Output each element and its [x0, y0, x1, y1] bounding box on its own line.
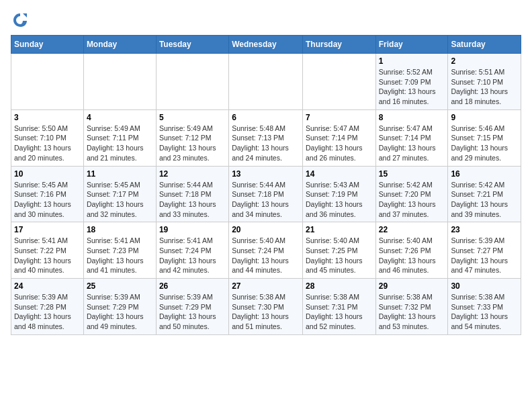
day-detail: Sunrise: 5:42 AM Sunset: 7:20 PM Dayligh…: [379, 180, 445, 220]
weekday-header-friday: Friday: [375, 36, 448, 54]
day-number: 25: [87, 281, 153, 291]
day-number: 22: [379, 225, 445, 234]
day-detail: Sunrise: 5:47 AM Sunset: 7:14 PM Dayligh…: [379, 124, 445, 163]
day-number: 28: [306, 281, 373, 291]
calendar-cell: [302, 54, 375, 110]
day-detail: Sunrise: 5:38 AM Sunset: 7:31 PM Dayligh…: [306, 292, 373, 332]
day-detail: Sunrise: 5:39 AM Sunset: 7:29 PM Dayligh…: [87, 292, 153, 332]
weekday-header-monday: Monday: [83, 36, 156, 54]
logo: [11, 11, 32, 30]
day-detail: Sunrise: 5:38 AM Sunset: 7:30 PM Dayligh…: [232, 292, 300, 332]
calendar-cell: 22Sunrise: 5:40 AM Sunset: 7:26 PM Dayli…: [375, 222, 448, 279]
day-detail: Sunrise: 5:45 AM Sunset: 7:16 PM Dayligh…: [14, 180, 81, 220]
calendar-cell: 17Sunrise: 5:41 AM Sunset: 7:22 PM Dayli…: [11, 222, 84, 279]
calendar-cell: 29Sunrise: 5:38 AM Sunset: 7:32 PM Dayli…: [375, 279, 448, 335]
day-detail: Sunrise: 5:41 AM Sunset: 7:24 PM Dayligh…: [159, 236, 226, 275]
day-detail: Sunrise: 5:51 AM Sunset: 7:10 PM Dayligh…: [451, 67, 518, 107]
day-detail: Sunrise: 5:47 AM Sunset: 7:14 PM Dayligh…: [306, 124, 373, 163]
day-number: 27: [232, 281, 300, 291]
day-number: 5: [159, 113, 226, 122]
day-number: 19: [159, 225, 226, 234]
day-number: 16: [451, 169, 518, 179]
calendar-week-row: 10Sunrise: 5:45 AM Sunset: 7:16 PM Dayli…: [11, 166, 521, 222]
calendar-cell: 27Sunrise: 5:38 AM Sunset: 7:30 PM Dayli…: [229, 279, 303, 335]
day-number: 12: [159, 169, 226, 179]
day-number: 7: [306, 113, 373, 122]
day-detail: Sunrise: 5:40 AM Sunset: 7:24 PM Dayligh…: [232, 236, 300, 275]
day-detail: Sunrise: 5:42 AM Sunset: 7:21 PM Dayligh…: [451, 180, 518, 220]
day-detail: Sunrise: 5:39 AM Sunset: 7:27 PM Dayligh…: [451, 236, 518, 275]
day-number: 20: [232, 225, 300, 234]
calendar-cell: 19Sunrise: 5:41 AM Sunset: 7:24 PM Dayli…: [156, 222, 228, 279]
day-number: 23: [451, 225, 518, 234]
calendar-cell: 28Sunrise: 5:38 AM Sunset: 7:31 PM Dayli…: [302, 279, 375, 335]
weekday-header-wednesday: Wednesday: [229, 36, 303, 54]
weekday-header-sunday: Sunday: [11, 36, 84, 54]
day-number: 11: [87, 169, 153, 179]
day-detail: Sunrise: 5:41 AM Sunset: 7:23 PM Dayligh…: [87, 236, 153, 275]
day-number: 6: [232, 113, 300, 122]
day-detail: Sunrise: 5:49 AM Sunset: 7:11 PM Dayligh…: [87, 124, 153, 163]
calendar-cell: 13Sunrise: 5:44 AM Sunset: 7:18 PM Dayli…: [229, 166, 303, 222]
day-detail: Sunrise: 5:38 AM Sunset: 7:32 PM Dayligh…: [379, 292, 445, 332]
calendar-cell: [83, 54, 156, 110]
day-detail: Sunrise: 5:38 AM Sunset: 7:33 PM Dayligh…: [451, 292, 518, 332]
day-detail: Sunrise: 5:40 AM Sunset: 7:25 PM Dayligh…: [306, 236, 373, 275]
day-number: 13: [232, 169, 300, 179]
calendar-week-row: 1Sunrise: 5:52 AM Sunset: 7:09 PM Daylig…: [11, 54, 521, 110]
day-detail: Sunrise: 5:41 AM Sunset: 7:22 PM Dayligh…: [14, 236, 81, 275]
logo-icon: [11, 11, 30, 30]
day-number: 8: [379, 113, 445, 122]
day-number: 10: [14, 169, 81, 179]
day-number: 21: [306, 225, 373, 234]
calendar-cell: 9Sunrise: 5:46 AM Sunset: 7:15 PM Daylig…: [448, 109, 521, 166]
day-number: 30: [451, 281, 518, 291]
day-detail: Sunrise: 5:50 AM Sunset: 7:10 PM Dayligh…: [14, 124, 81, 163]
calendar-cell: 21Sunrise: 5:40 AM Sunset: 7:25 PM Dayli…: [302, 222, 375, 279]
calendar-cell: 25Sunrise: 5:39 AM Sunset: 7:29 PM Dayli…: [83, 279, 156, 335]
day-number: 3: [14, 113, 81, 122]
calendar-body: 1Sunrise: 5:52 AM Sunset: 7:09 PM Daylig…: [11, 54, 521, 335]
day-detail: Sunrise: 5:39 AM Sunset: 7:29 PM Dayligh…: [159, 292, 226, 332]
day-detail: Sunrise: 5:44 AM Sunset: 7:18 PM Dayligh…: [159, 180, 226, 220]
calendar-cell: 5Sunrise: 5:49 AM Sunset: 7:12 PM Daylig…: [156, 109, 228, 166]
day-detail: Sunrise: 5:45 AM Sunset: 7:17 PM Dayligh…: [87, 180, 153, 220]
day-number: 18: [87, 225, 153, 234]
calendar-cell: 1Sunrise: 5:52 AM Sunset: 7:09 PM Daylig…: [375, 54, 448, 110]
calendar-cell: 16Sunrise: 5:42 AM Sunset: 7:21 PM Dayli…: [448, 166, 521, 222]
day-number: 26: [159, 281, 226, 291]
calendar-week-row: 17Sunrise: 5:41 AM Sunset: 7:22 PM Dayli…: [11, 222, 521, 279]
calendar-cell: 23Sunrise: 5:39 AM Sunset: 7:27 PM Dayli…: [448, 222, 521, 279]
day-number: 17: [14, 225, 81, 234]
day-detail: Sunrise: 5:39 AM Sunset: 7:28 PM Dayligh…: [14, 292, 81, 332]
day-detail: Sunrise: 5:49 AM Sunset: 7:12 PM Dayligh…: [159, 124, 226, 163]
day-number: 24: [14, 281, 81, 291]
calendar-header: SundayMondayTuesdayWednesdayThursdayFrid…: [11, 36, 521, 54]
calendar-cell: 26Sunrise: 5:39 AM Sunset: 7:29 PM Dayli…: [156, 279, 228, 335]
day-number: 9: [451, 113, 518, 122]
calendar-table: SundayMondayTuesdayWednesdayThursdayFrid…: [11, 35, 521, 335]
calendar-cell: 20Sunrise: 5:40 AM Sunset: 7:24 PM Dayli…: [229, 222, 303, 279]
day-detail: Sunrise: 5:43 AM Sunset: 7:19 PM Dayligh…: [306, 180, 373, 220]
calendar-week-row: 24Sunrise: 5:39 AM Sunset: 7:28 PM Dayli…: [11, 279, 521, 335]
calendar-cell: 8Sunrise: 5:47 AM Sunset: 7:14 PM Daylig…: [375, 109, 448, 166]
day-detail: Sunrise: 5:48 AM Sunset: 7:13 PM Dayligh…: [232, 124, 300, 163]
weekday-header-tuesday: Tuesday: [156, 36, 228, 54]
calendar-cell: [229, 54, 303, 110]
calendar-cell: 12Sunrise: 5:44 AM Sunset: 7:18 PM Dayli…: [156, 166, 228, 222]
day-number: 29: [379, 281, 445, 291]
calendar-cell: 10Sunrise: 5:45 AM Sunset: 7:16 PM Dayli…: [11, 166, 84, 222]
weekday-header-saturday: Saturday: [448, 36, 521, 54]
weekday-header-thursday: Thursday: [302, 36, 375, 54]
day-detail: Sunrise: 5:46 AM Sunset: 7:15 PM Dayligh…: [451, 124, 518, 163]
day-number: 2: [451, 56, 518, 66]
calendar-week-row: 3Sunrise: 5:50 AM Sunset: 7:10 PM Daylig…: [11, 109, 521, 166]
calendar-cell: 6Sunrise: 5:48 AM Sunset: 7:13 PM Daylig…: [229, 109, 303, 166]
calendar-cell: [11, 54, 84, 110]
calendar-cell: 30Sunrise: 5:38 AM Sunset: 7:33 PM Dayli…: [448, 279, 521, 335]
calendar-cell: 4Sunrise: 5:49 AM Sunset: 7:11 PM Daylig…: [83, 109, 156, 166]
calendar-cell: 3Sunrise: 5:50 AM Sunset: 7:10 PM Daylig…: [11, 109, 84, 166]
day-detail: Sunrise: 5:52 AM Sunset: 7:09 PM Dayligh…: [379, 67, 445, 107]
calendar-cell: 2Sunrise: 5:51 AM Sunset: 7:10 PM Daylig…: [448, 54, 521, 110]
day-number: 14: [306, 169, 373, 179]
